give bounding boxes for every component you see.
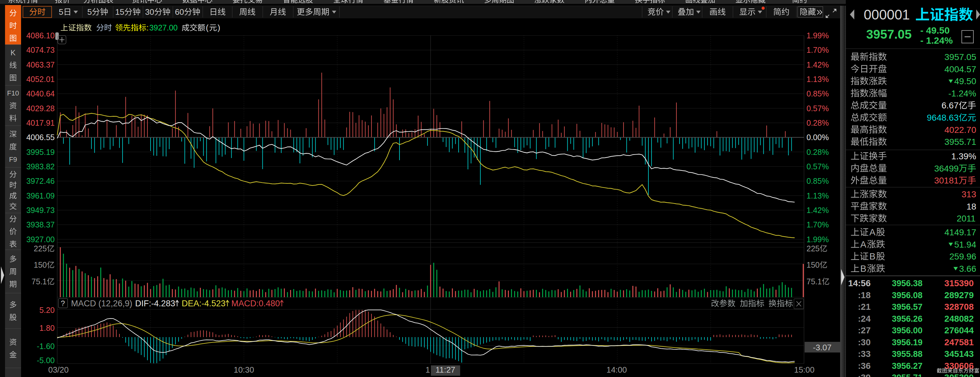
- svg-text:- 1.24%: - 1.24%: [920, 35, 953, 46]
- svg-text:75.1: 75.1: [32, 277, 47, 286]
- svg-text:289279: 289279: [945, 290, 974, 300]
- svg-text:49.50: 49.50: [954, 76, 976, 86]
- svg-text:4063.37: 4063.37: [26, 60, 55, 69]
- svg-text:3956.19: 3956.19: [892, 338, 923, 347]
- svg-text:000001: 000001: [864, 7, 910, 22]
- svg-text:1.39%: 1.39%: [951, 151, 976, 161]
- svg-text:3983.82: 3983.82: [26, 162, 55, 171]
- svg-text:259.96: 259.96: [949, 251, 976, 261]
- svg-text:328708: 328708: [945, 302, 974, 312]
- svg-text::21: :21: [858, 302, 870, 312]
- svg-text:3957.05: 3957.05: [866, 27, 912, 41]
- svg-text:5: 5: [88, 7, 92, 17]
- svg-text::27: :27: [858, 326, 870, 335]
- svg-text:1.13%: 1.13%: [807, 191, 829, 200]
- svg-text::36: :36: [858, 361, 870, 371]
- svg-text:18: 18: [966, 202, 976, 212]
- svg-text:B: B: [860, 264, 866, 274]
- svg-text::33: :33: [858, 349, 870, 359]
- svg-text:4029.28: 4029.28: [26, 104, 55, 113]
- svg-text:0.57%: 0.57%: [807, 162, 829, 171]
- svg-text:345143: 345143: [945, 349, 974, 359]
- svg-text:3927.00: 3927.00: [26, 235, 55, 244]
- svg-text:3938.37: 3938.37: [26, 220, 55, 229]
- svg-text:4004.57: 4004.57: [945, 64, 976, 74]
- svg-text:36499: 36499: [934, 164, 959, 173]
- svg-text:3995.19: 3995.19: [26, 148, 55, 156]
- svg-text:1.80: 1.80: [39, 324, 55, 332]
- svg-text:K: K: [10, 48, 15, 57]
- svg-text:3955.88: 3955.88: [892, 349, 923, 359]
- svg-text:0.28%: 0.28%: [807, 118, 829, 127]
- svg-text:3956.08: 3956.08: [892, 291, 923, 300]
- svg-text:276044: 276044: [945, 326, 974, 335]
- svg-text:3955.71: 3955.71: [945, 137, 976, 147]
- svg-text:11:27: 11:27: [435, 365, 455, 374]
- svg-text:3927.00: 3927.00: [149, 23, 178, 32]
- svg-text:3956.26: 3956.26: [892, 314, 923, 324]
- svg-text:225: 225: [33, 244, 47, 253]
- svg-text:4149.17: 4149.17: [945, 227, 976, 237]
- svg-text:A: A: [869, 227, 876, 237]
- svg-text:F9: F9: [9, 156, 17, 163]
- svg-text:F10: F10: [7, 89, 19, 97]
- svg-text:4006.55: 4006.55: [26, 133, 55, 142]
- svg-text:3956.38: 3956.38: [892, 279, 923, 288]
- svg-text:MACD:0.480: MACD:0.480: [231, 299, 280, 308]
- svg-text:4086.10: 4086.10: [26, 31, 55, 40]
- svg-text:15: 15: [115, 7, 124, 17]
- svg-text:6.67: 6.67: [942, 100, 959, 110]
- svg-text:(: (: [206, 23, 209, 32]
- svg-text:-1.24%: -1.24%: [948, 89, 976, 98]
- svg-text:10:30: 10:30: [234, 365, 254, 374]
- svg-text:DEA:-4.523: DEA:-4.523: [182, 299, 226, 308]
- svg-text:4017.91: 4017.91: [26, 118, 55, 127]
- svg-text:1.70%: 1.70%: [807, 46, 829, 54]
- svg-text:150: 150: [33, 261, 47, 269]
- svg-text:1.42%: 1.42%: [807, 60, 829, 69]
- svg-text:248082: 248082: [945, 314, 974, 324]
- svg-text:4074.73: 4074.73: [26, 46, 55, 54]
- svg-text:1.13%: 1.13%: [807, 75, 829, 84]
- svg-text:3956.27: 3956.27: [892, 361, 923, 371]
- svg-text:DIF:-4.283: DIF:-4.283: [135, 299, 175, 308]
- svg-text:B: B: [869, 251, 875, 261]
- svg-text:3972.46: 3972.46: [26, 177, 55, 185]
- svg-text:9648.63: 9648.63: [927, 113, 959, 122]
- svg-text:1: 1: [426, 365, 430, 374]
- svg-text:0.57%: 0.57%: [807, 104, 829, 113]
- svg-text:51.94: 51.94: [954, 240, 976, 250]
- svg-text:305390: 305390: [945, 372, 974, 377]
- svg-text:5: 5: [59, 7, 63, 17]
- svg-text:3956.00: 3956.00: [892, 326, 923, 335]
- svg-text:3949.73: 3949.73: [26, 206, 55, 215]
- svg-text::: :: [146, 23, 149, 32]
- svg-text:0.00%: 0.00%: [807, 133, 829, 142]
- svg-text:315390: 315390: [945, 278, 974, 288]
- svg-text:- 49.50: - 49.50: [920, 25, 950, 35]
- svg-text:247581: 247581: [945, 337, 974, 347]
- svg-text:1.99%: 1.99%: [807, 235, 829, 244]
- svg-text:2011: 2011: [957, 214, 975, 223]
- svg-text:0.85%: 0.85%: [807, 89, 829, 98]
- svg-text:313: 313: [961, 189, 976, 199]
- svg-text:14:00: 14:00: [606, 365, 627, 374]
- svg-text:4022.70: 4022.70: [945, 125, 976, 135]
- svg-text:15:00: 15:00: [794, 365, 815, 374]
- svg-text:30: 30: [145, 7, 154, 17]
- svg-text:?: ?: [60, 299, 65, 307]
- svg-text:4040.64: 4040.64: [26, 89, 55, 98]
- svg-text:03/20: 03/20: [48, 365, 68, 374]
- svg-text:3.66: 3.66: [959, 264, 977, 274]
- svg-text::24: :24: [858, 314, 871, 324]
- svg-text:150: 150: [807, 261, 820, 269]
- svg-text:5.20: 5.20: [39, 306, 55, 315]
- svg-text:3957.05: 3957.05: [945, 52, 976, 62]
- svg-text:-1.60: -1.60: [37, 342, 55, 351]
- svg-text:1.70%: 1.70%: [807, 220, 829, 229]
- svg-text::18: :18: [858, 290, 870, 300]
- svg-text:3955.71: 3955.71: [892, 373, 923, 377]
- svg-text:75.1: 75.1: [807, 277, 822, 286]
- svg-text:4052.01: 4052.01: [26, 75, 55, 84]
- svg-text:A: A: [860, 239, 867, 250]
